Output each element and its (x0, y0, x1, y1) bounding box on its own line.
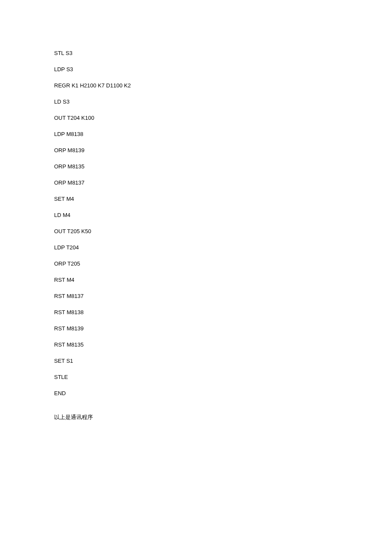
code-line: RST M4 (54, 277, 392, 283)
code-line: STLE (54, 374, 392, 380)
code-line: REGR K1 H2100 K7 D1100 K2 (54, 83, 392, 88)
code-line: RST M8138 (54, 309, 392, 315)
code-line: STL S3 (54, 50, 392, 56)
code-line: END (54, 390, 392, 396)
code-line: LDP T204 (54, 245, 392, 250)
code-line: ORP M8139 (54, 147, 392, 153)
code-line: LD M4 (54, 212, 392, 218)
code-line: SET S1 (54, 358, 392, 364)
footer-text: 以上是通讯程序 (54, 414, 392, 420)
code-line: OUT T205 K50 (54, 228, 392, 234)
code-line: RST M8139 (54, 326, 392, 331)
code-line: SET M4 (54, 196, 392, 202)
code-line: LDP M8138 (54, 131, 392, 137)
code-line: ORP M8135 (54, 164, 392, 169)
code-line: RST M8137 (54, 293, 392, 299)
code-line: ORP M8137 (54, 180, 392, 185)
code-line: LDP S3 (54, 66, 392, 72)
code-line: LD S3 (54, 99, 392, 104)
code-line: RST M8135 (54, 342, 392, 347)
code-line: OUT T204 K100 (54, 115, 392, 121)
code-block: STL S3 LDP S3 REGR K1 H2100 K7 D1100 K2 … (54, 50, 392, 396)
code-line: ORP T205 (54, 261, 392, 266)
